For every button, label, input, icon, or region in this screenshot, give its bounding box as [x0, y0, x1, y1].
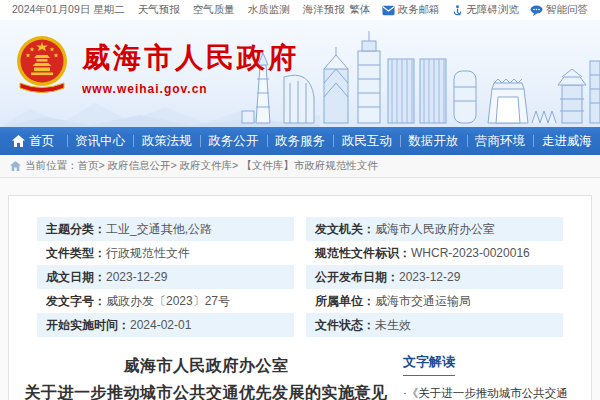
meta-column-right: 发文机关：威海市人民政府办公室 规范性文件标识：WHCR-2023-002001…: [306, 217, 563, 337]
site-title: 威海市人民政府: [82, 39, 299, 77]
document-panel: 主题分类：工业_交通其他,公路 文件类型：行政规范性文件 成文日期：2023-1…: [8, 195, 592, 400]
meta-row: 文件类型：行政规范性文件: [37, 241, 294, 265]
link-weather[interactable]: 天气预报: [138, 3, 180, 17]
meta-label: 发文机关：: [315, 221, 375, 238]
tab-text-interpretation[interactable]: 文字解读: [403, 353, 455, 376]
interpretation-sidebar: 文字解读 ·《关于进一步推动城市公共交通优先发展的实施意见》政策解读: [403, 352, 573, 400]
meta-row: 主题分类：工业_交通其他,公路: [37, 217, 294, 241]
meta-value: 2024-02-01: [130, 318, 191, 332]
meta-label: 公开发布日期：: [315, 269, 399, 286]
meta-value: 威海市人民政府办公室: [375, 221, 495, 238]
document-title-line2: 关于进一步推动城市公共交通优先发展的实施意见: [19, 379, 393, 400]
document-meta-table: 主题分类：工业_交通其他,公路 文件类型：行政规范性文件 成文日期：2023-1…: [9, 217, 591, 337]
meta-label: 开始实施时间：: [46, 317, 130, 334]
breadcrumb-text: 当前位置：首页> 政府信息公开> 政府文件库> 【文件库】市政府规范性文件: [25, 159, 378, 173]
meta-label: 文件状态：: [315, 317, 375, 334]
document-title-area: 威海市人民政府办公室 关于进一步推动城市公共交通优先发展的实施意见: [9, 352, 403, 400]
smart-qa-link[interactable]: 智能问答: [530, 3, 588, 17]
chat-icon: [530, 5, 543, 16]
meta-row: 公开发布日期：2023-12-29: [306, 265, 563, 289]
interpretation-link[interactable]: ·《关于进一步推动城市公共交通优先发展的实施意见》政策解读: [403, 385, 573, 400]
home-icon: [12, 135, 25, 147]
meta-value: 未生效: [375, 317, 411, 334]
topbar-left: 2024年01月09日 星期二 天气预报 空气质量 水质监测 海洋预报: [12, 3, 345, 17]
content-row: 威海市人民政府办公室 关于进一步推动城市公共交通优先发展的实施意见 文字解读 ·…: [9, 352, 591, 400]
meta-row: 开始实施时间：2024-02-01: [37, 313, 294, 337]
nav-item-interaction[interactable]: 政民互动: [333, 127, 400, 155]
mail-icon: [382, 5, 395, 16]
nav-item-business-env[interactable]: 营商环境: [467, 127, 534, 155]
topbar-right: 繁体 政务邮箱 无障碍浏览: [350, 3, 589, 17]
accessibility-link[interactable]: 无障碍浏览: [451, 3, 520, 17]
traditional-chinese-toggle[interactable]: 繁体: [350, 3, 371, 17]
site-logo-link[interactable]: 威海市人民政府 www.weihai.gov.cn: [14, 33, 299, 101]
gov-mail-link[interactable]: 政务邮箱: [382, 3, 440, 17]
site-banner: 威海市人民政府 www.weihai.gov.cn: [0, 20, 600, 127]
link-water-quality[interactable]: 水质监测: [248, 3, 290, 17]
meta-value: 工业_交通其他,公路: [106, 221, 212, 238]
brand-text: 威海市人民政府 www.weihai.gov.cn: [82, 39, 299, 96]
meta-row: 规范性文件标识：WHCR-2023-0020016: [306, 241, 563, 265]
nav-item-news-center[interactable]: 资讯中心: [67, 127, 134, 155]
meta-row: 发文字号：威政办发〔2023〕27号: [37, 289, 294, 313]
meta-label: 发文字号：: [46, 293, 106, 310]
meta-value: WHCR-2023-0020016: [411, 246, 530, 260]
meta-value: 行政规范性文件: [106, 245, 190, 262]
document-title-line1: 威海市人民政府办公室: [19, 352, 393, 379]
meta-row: 文件状态：未生效: [306, 313, 563, 337]
meta-label: 所属单位：: [315, 293, 375, 310]
meta-label: 规范性文件标识：: [315, 245, 411, 262]
nav-item-home[interactable]: 首页: [0, 127, 67, 155]
site-url: www.weihai.gov.cn: [82, 82, 299, 96]
meta-row: 成文日期：2023-12-29: [37, 265, 294, 289]
link-air-quality[interactable]: 空气质量: [193, 3, 235, 17]
breadcrumb[interactable]: 当前位置：首页> 政府信息公开> 政府文件库> 【文件库】市政府规范性文件: [0, 155, 600, 178]
meta-label: 文件类型：: [46, 245, 106, 262]
meta-value: 威海市交通运输局: [375, 293, 471, 310]
top-utility-bar: 2024年01月09日 星期二 天气预报 空气质量 水质监测 海洋预报 繁体 政…: [0, 0, 600, 20]
nav-item-about-weihai[interactable]: 走进威海: [533, 127, 600, 155]
nav-item-gov-disclosure[interactable]: 政务公开: [200, 127, 267, 155]
meta-value: 2023-12-29: [399, 270, 460, 284]
meta-column-left: 主题分类：工业_交通其他,公路 文件类型：行政规范性文件 成文日期：2023-1…: [37, 217, 294, 337]
page: 2024年01月09日 星期二 天气预报 空气质量 水质监测 海洋预报 繁体 政…: [0, 0, 600, 400]
meta-row: 发文机关：威海市人民政府办公室: [306, 217, 563, 241]
current-date: 2024年01月09日 星期二: [12, 3, 125, 17]
breadcrumb-home-icon: [10, 161, 21, 171]
accessibility-icon: [451, 5, 464, 16]
nav-item-open-data[interactable]: 数据开放: [400, 127, 467, 155]
nav-item-gov-services[interactable]: 政务服务: [267, 127, 334, 155]
link-ocean-forecast[interactable]: 海洋预报: [303, 3, 345, 17]
main-content: 主题分类：工业_交通其他,公路 文件类型：行政规范性文件 成文日期：2023-1…: [0, 178, 600, 400]
national-emblem-icon: [14, 33, 70, 101]
meta-value: 威政办发〔2023〕27号: [106, 293, 230, 310]
nav-item-policies[interactable]: 政策法规: [133, 127, 200, 155]
main-navigation: 首页 资讯中心 政策法规 政务公开 政务服务 政民互动 数据开放 营商环境 走进…: [0, 127, 600, 155]
meta-value: 2023-12-29: [106, 270, 167, 284]
meta-label: 主题分类：: [46, 221, 106, 238]
meta-label: 成文日期：: [46, 269, 106, 286]
meta-row: 所属单位：威海市交通运输局: [306, 289, 563, 313]
